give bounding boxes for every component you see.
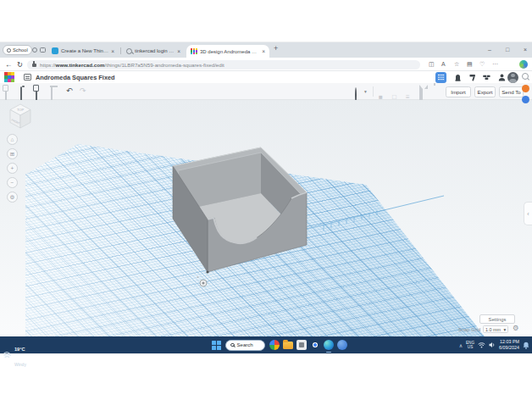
window-minimize-button[interactable]: – bbox=[483, 42, 496, 56]
weather-temp: 19°C bbox=[14, 347, 25, 352]
tab-title: Create a New Thing - Thingiverse bbox=[61, 48, 108, 53]
tab-tinkercad-active[interactable]: 3D design Andromeda Squares F × bbox=[186, 45, 269, 58]
more-menu-icon[interactable]: ⋯ bbox=[492, 61, 498, 68]
profile-person-icon bbox=[7, 48, 11, 53]
wind-icon bbox=[3, 350, 12, 358]
snap-grid-row: Snap Grid 1.0 mm▾ bbox=[458, 325, 508, 333]
profile-label: School bbox=[13, 47, 28, 53]
collections-icon[interactable]: ▤ bbox=[467, 61, 473, 68]
send-to-button[interactable]: Send To bbox=[499, 86, 524, 97]
address-bar: ← ↻ https://www.tinkercad.com/things/1LB… bbox=[0, 58, 532, 71]
viewport[interactable]: TOP FRONT ⌂ ⊞ + − ⚙ ‹ Settings Snap Grid… bbox=[0, 100, 532, 336]
tinkercad-favicon bbox=[191, 48, 197, 55]
grid-icon bbox=[438, 75, 440, 76]
view-cube[interactable]: TOP FRONT bbox=[5, 102, 36, 132]
mitt-icon bbox=[453, 73, 463, 82]
copilot-app-icon[interactable] bbox=[269, 340, 280, 350]
desktop-screenshot: School Create a New Thing - Thingiverse … bbox=[0, 0, 532, 400]
gizmo-dot bbox=[197, 276, 199, 278]
tab-actions-icon[interactable] bbox=[40, 47, 46, 53]
url-text: https://www.tinkercad.com/things/1LBR7a5… bbox=[40, 62, 224, 68]
home-view-button[interactable]: ⌂ bbox=[7, 134, 18, 145]
grid-settings-button[interactable]: Settings bbox=[479, 314, 515, 324]
workplane-gizmo[interactable] bbox=[197, 270, 209, 286]
zoom-in-button[interactable]: + bbox=[7, 163, 18, 174]
feedback-orange-icon[interactable] bbox=[522, 85, 529, 92]
tab-title: tinkercad login - Search bbox=[135, 48, 175, 53]
start-button[interactable] bbox=[212, 341, 221, 350]
account-avatar[interactable] bbox=[507, 72, 518, 83]
fit-view-button[interactable]: ⊞ bbox=[7, 148, 18, 159]
new-tab-button[interactable]: + bbox=[274, 44, 278, 53]
mode-bricks-button[interactable] bbox=[481, 72, 492, 83]
tray-overflow-chevron[interactable]: ∧ bbox=[459, 342, 463, 348]
refresh-button[interactable]: ↻ bbox=[17, 60, 23, 69]
collaborate-button[interactable] bbox=[496, 72, 507, 83]
notification-bell-icon[interactable] bbox=[523, 342, 529, 349]
help-blue-icon[interactable] bbox=[522, 96, 529, 103]
redo-button[interactable]: ↷ bbox=[80, 86, 86, 95]
tinkercad-logo[interactable] bbox=[4, 72, 14, 82]
tinkercad-header: Andromeda Squares Fixed bbox=[0, 71, 532, 83]
scene-3d bbox=[0, 100, 532, 336]
window-maximize-button[interactable]: □ bbox=[501, 42, 514, 56]
snap-grid-label: Snap Grid bbox=[458, 327, 480, 332]
tab-strip: School Create a New Thing - Thingiverse … bbox=[0, 42, 532, 58]
zoom-out-button[interactable]: − bbox=[7, 177, 18, 188]
weather-condition: Windy bbox=[14, 362, 26, 367]
search-icon bbox=[230, 343, 235, 347]
gizmo-center bbox=[202, 282, 205, 285]
weather-widget[interactable]: 19°CWindy bbox=[3, 339, 26, 369]
tab-close-icon[interactable]: × bbox=[177, 48, 180, 54]
tab-close-icon[interactable]: × bbox=[262, 48, 265, 54]
browser-avatar[interactable] bbox=[519, 60, 528, 69]
thingiverse-favicon bbox=[52, 47, 58, 54]
model-box[interactable] bbox=[173, 147, 307, 272]
tab-title: 3D design Andromeda Squares F bbox=[200, 49, 259, 54]
import-button[interactable]: Import bbox=[446, 86, 471, 97]
mode-3d-button[interactable] bbox=[435, 72, 446, 83]
undo-button[interactable]: ↶ bbox=[66, 86, 73, 95]
viewcube-top-label: TOP bbox=[17, 108, 24, 112]
browser-window: School Create a New Thing - Thingiverse … bbox=[0, 42, 532, 353]
axis-ruler bbox=[296, 196, 444, 231]
person-icon bbox=[497, 73, 507, 82]
generic-app-icon[interactable] bbox=[296, 340, 307, 350]
split-screen-icon[interactable]: ◫ bbox=[429, 61, 435, 68]
mode-codeblocks-button[interactable] bbox=[468, 72, 479, 83]
lock-icon bbox=[32, 64, 36, 67]
url-field[interactable]: https://www.tinkercad.com/things/1LBR7a5… bbox=[27, 60, 420, 69]
taskbar-search[interactable]: Search bbox=[225, 340, 265, 351]
help-search-icon[interactable] bbox=[522, 73, 529, 80]
snap-grid-select[interactable]: 1.0 mm▾ bbox=[483, 325, 508, 333]
read-aloud-icon[interactable]: A bbox=[441, 61, 446, 67]
file-explorer-icon[interactable] bbox=[283, 342, 293, 349]
show-all-caret-icon[interactable]: ▾ bbox=[364, 89, 367, 94]
browser-profile-button[interactable]: School bbox=[3, 45, 32, 55]
my-designs-icon[interactable] bbox=[24, 74, 31, 81]
panel-expand-chevron[interactable]: ‹ bbox=[524, 202, 532, 225]
window-close-button[interactable]: × bbox=[518, 42, 532, 56]
wifi-icon[interactable] bbox=[478, 342, 485, 348]
editor-toolbar: ↶ ↷ ▾ ■ □ ≡ Import Export Send To bbox=[0, 83, 532, 100]
design-title[interactable]: Andromeda Squares Fixed bbox=[36, 74, 115, 81]
tab-search[interactable]: tinkercad login - Search × bbox=[122, 44, 185, 58]
browser-essentials-icon[interactable]: ♡ bbox=[479, 61, 485, 68]
search-label: Search bbox=[237, 342, 253, 347]
blue-app-icon[interactable] bbox=[337, 340, 347, 350]
language-indicator[interactable]: ENGUS bbox=[466, 341, 474, 350]
workspaces-icon[interactable] bbox=[32, 47, 37, 53]
back-button[interactable]: ← bbox=[5, 60, 13, 69]
volume-icon[interactable] bbox=[489, 342, 496, 348]
gear-icon[interactable]: ⚙ bbox=[513, 324, 519, 332]
favorites-star-icon[interactable]: ☆ bbox=[454, 61, 459, 68]
tab-close-icon[interactable]: × bbox=[111, 48, 114, 54]
tab-thingiverse[interactable]: Create a New Thing - Thingiverse × bbox=[47, 44, 119, 58]
export-button[interactable]: Export bbox=[474, 86, 496, 97]
corner-anchor-dot bbox=[206, 270, 208, 273]
mode-minecraft-button[interactable] bbox=[452, 72, 463, 83]
perspective-toggle-button[interactable]: ⚙ bbox=[7, 192, 18, 203]
clock[interactable]: 12:03 PM6/09/2024 bbox=[499, 339, 519, 351]
bricks-icon bbox=[482, 73, 491, 82]
edge-icon[interactable] bbox=[324, 340, 334, 350]
